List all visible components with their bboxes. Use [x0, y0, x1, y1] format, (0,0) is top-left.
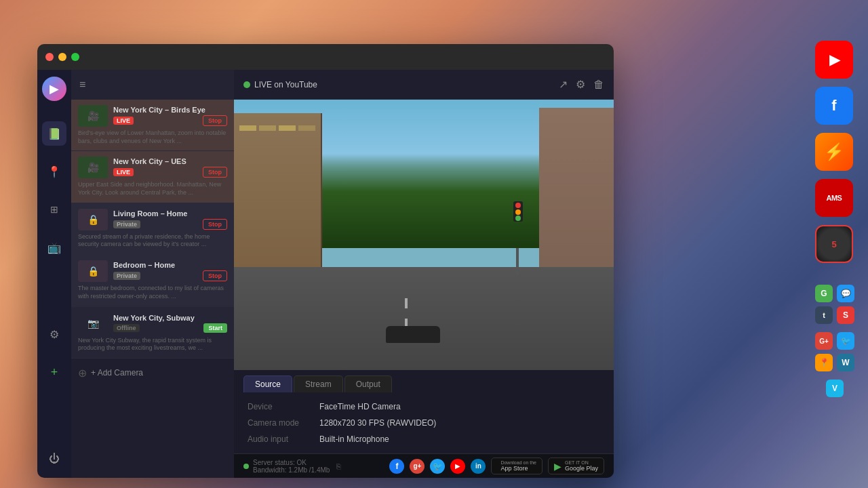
title-bar — [37, 44, 614, 70]
status-badge-3: Private — [113, 272, 140, 280]
facebook-desktop-icon[interactable]: f — [815, 87, 853, 125]
sidebar-item-home[interactable]: 📗 — [42, 121, 66, 146]
sidebar-logo[interactable]: ▶ — [42, 77, 66, 101]
tumblr-icon[interactable]: t — [815, 306, 833, 324]
menu-icon: ≡ — [79, 79, 85, 91]
live-dot — [243, 81, 250, 88]
vimeo-icon[interactable]: V — [826, 380, 844, 397]
audio-input-value: Built-in Microphone — [319, 434, 600, 444]
app-store-badge[interactable]: Download on the App Store — [491, 458, 542, 474]
add-icon: + — [51, 365, 58, 380]
bottom-panel: Source Stream Output Device FaceTime HD … — [234, 370, 614, 453]
main-content: LIVE on YouTube ↗ ⚙ 🗑 — [234, 70, 614, 478]
sidebar-item-monitor[interactable]: 📺 — [42, 235, 66, 260]
twitter-social-icon[interactable]: 🐦 — [430, 459, 445, 474]
source-info: Device FaceTime HD Camera Camera mode 12… — [234, 392, 614, 453]
wordpress-icon[interactable]: W — [837, 354, 854, 371]
sidebar-item-grid[interactable]: ⊞ — [42, 197, 66, 222]
google-play-badge[interactable]: ▶ GET IT ON Google Play — [548, 458, 604, 474]
play-icon: ▶ — [50, 81, 59, 96]
camera-stop-button-1[interactable]: Stop — [203, 167, 227, 178]
camera-item-1[interactable]: 🎥 New York City – UES LIVE Stop Upper Ea… — [71, 151, 234, 203]
camera-info-2: Living Room – Home Private Stop — [113, 209, 227, 230]
camera-item-2[interactable]: 🔒 Living Room – Home Private Stop Secure… — [71, 203, 234, 255]
camera-items-list: 🎥 New York City – Birds Eye LIVE Stop Bi… — [71, 100, 234, 359]
close-button[interactable] — [45, 53, 54, 61]
sidebar-item-settings[interactable]: ⚙ — [42, 322, 66, 346]
thunder-icon: ⚡ — [824, 142, 844, 161]
desktop-icon-dock: ▶ f ⚡ AMS 5 G 💬 t S G+ 🐦 📍 W V — [815, 41, 854, 397]
camera-item-4[interactable]: 📷 New York City, Subway Offline Start Ne… — [71, 307, 234, 359]
grid-icon: ⊞ — [50, 204, 58, 215]
tab-source[interactable]: Source — [243, 375, 292, 392]
location-small-icon[interactable]: 📍 — [815, 354, 833, 371]
camera-name-3: Bedroom – Home — [113, 261, 227, 269]
monitor-icon: 📺 — [47, 241, 61, 254]
maximize-button[interactable] — [71, 53, 79, 61]
traffic-light-pole — [516, 248, 519, 275]
camera-desc-4: New York City Subway, the rapid transit … — [78, 337, 227, 352]
camera-item-0[interactable]: 🎥 New York City – Birds Eye LIVE Stop Bi… — [71, 100, 234, 151]
small-icon-group-2: G+ 🐦 📍 W — [815, 332, 854, 371]
camera-start-button-4[interactable]: Start — [203, 323, 227, 333]
source-tabs: Source Stream Output — [234, 370, 614, 392]
tab-output[interactable]: Output — [344, 375, 392, 392]
camera-name-0: New York City – Birds Eye — [113, 106, 227, 114]
settings-icon: ⚙ — [50, 328, 59, 341]
camera-stop-button-2[interactable]: Stop — [203, 219, 227, 230]
green-g-icon[interactable]: G — [815, 285, 833, 302]
youtube-social-icon[interactable]: ▶ — [450, 459, 465, 474]
thunder-desktop-icon[interactable]: ⚡ — [815, 133, 853, 171]
status-badge-2: Private — [113, 220, 140, 228]
add-camera-button[interactable]: ⊕ + Add Camera — [71, 359, 234, 388]
score5-icon: 5 — [831, 239, 836, 249]
sidebar-item-add[interactable]: + — [42, 360, 66, 384]
home-icon: 📗 — [47, 127, 61, 140]
twitter-small-icon[interactable]: 🐦 — [837, 332, 854, 350]
camera-item-3[interactable]: 🔒 Bedroom – Home Private Stop The master… — [71, 255, 234, 306]
share-button[interactable]: ↗ — [559, 78, 568, 91]
youtube-icon: ▶ — [829, 52, 840, 68]
adobe-ams-desktop-icon[interactable]: AMS — [815, 179, 853, 217]
sidebar-item-location[interactable]: 📍 — [42, 159, 66, 184]
facebook-social-icon[interactable]: f — [389, 459, 404, 474]
google-social-icon[interactable]: g+ — [410, 459, 425, 474]
top-bar: LIVE on YouTube ↗ ⚙ 🗑 — [234, 70, 614, 100]
delete-button[interactable]: 🗑 — [593, 79, 604, 91]
red-s-icon[interactable]: S — [837, 306, 854, 324]
camera-desc-0: Bird's-eye view of Lower Manhattan, zoom… — [78, 129, 227, 145]
status-right: f g+ 🐦 ▶ in Download on the App Store ▶ — [389, 458, 604, 474]
bandwidth-copy-icon[interactable]: ⎘ — [336, 462, 341, 470]
google-plus-small-icon[interactable]: G+ — [815, 332, 833, 350]
linkedin-social-icon[interactable]: in — [471, 459, 486, 474]
camera-list: ≡ 🎥 New York City – Birds Eye LIVE Stop … — [71, 70, 234, 478]
camera-desc-1: Upper East Side and neighborhood. Manhat… — [78, 181, 227, 197]
status-left: Server status: OK Bandwidth: 1.2Mb /1.4M… — [243, 459, 341, 474]
sidebar: ▶ 📗 📍 ⊞ 📺 ⚙ + ⏻ — [37, 70, 71, 478]
building-left — [234, 113, 322, 289]
camera-thumb-0: 🎥 — [78, 105, 108, 127]
camera-desc-2: Secured stream of a private residence, t… — [78, 233, 227, 249]
camera-stop-button-3[interactable]: Stop — [203, 270, 227, 281]
camera-info-1: New York City – UES LIVE Stop — [113, 157, 227, 178]
live-status-text: LIVE on YouTube — [254, 80, 317, 89]
camera-name-1: New York City – UES — [113, 157, 227, 165]
chat-icon[interactable]: 💬 — [837, 285, 854, 302]
camera-stop-button-0[interactable]: Stop — [203, 115, 227, 126]
camera-info-3: Bedroom – Home Private Stop — [113, 261, 227, 281]
youtube-desktop-icon[interactable]: ▶ — [815, 41, 853, 79]
score5-desktop-icon[interactable]: 5 — [815, 225, 853, 263]
top-bar-left: LIVE on YouTube — [243, 80, 552, 89]
settings-button[interactable]: ⚙ — [576, 78, 585, 91]
camera-list-header: ≡ — [71, 70, 234, 100]
tab-stream[interactable]: Stream — [294, 375, 343, 392]
sidebar-item-power[interactable]: ⏻ — [42, 447, 66, 471]
status-bar: Server status: OK Bandwidth: 1.2Mb /1.4M… — [234, 453, 614, 478]
status-badge-1: LIVE — [113, 168, 134, 176]
app-body: ▶ 📗 📍 ⊞ 📺 ⚙ + ⏻ — [37, 70, 614, 478]
server-status-dot — [243, 464, 249, 469]
street — [234, 267, 614, 370]
minimize-button[interactable] — [58, 53, 66, 61]
ams-icon: AMS — [827, 194, 842, 202]
camera-name-2: Living Room – Home — [113, 209, 227, 218]
